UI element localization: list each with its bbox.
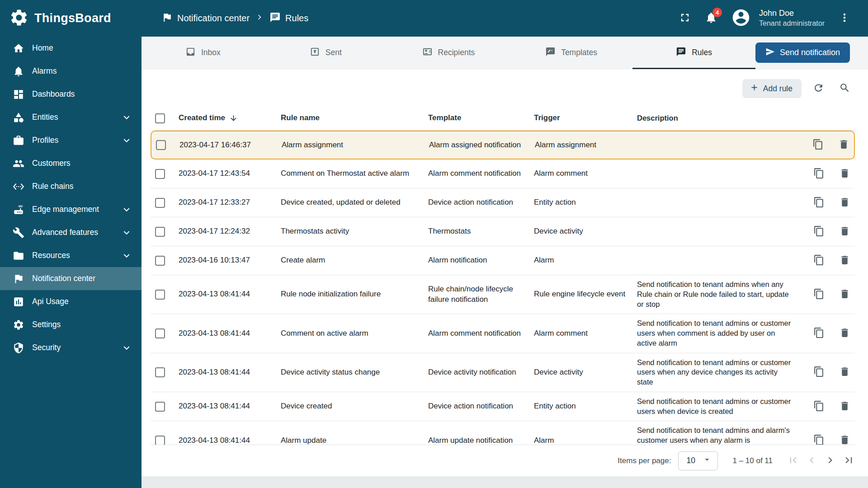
copy-rule-button[interactable] [813,434,825,445]
row-checkbox[interactable] [155,256,165,266]
cell-rule-name: Device created [281,397,428,416]
row-checkbox[interactable] [156,140,166,150]
next-page-button[interactable] [824,454,836,468]
row-checkbox[interactable] [155,328,165,338]
delete-rule-button[interactable] [839,327,850,340]
delete-rule-button[interactable] [839,366,850,379]
top-bar-controls: 4 John Doe Tenant administrator [679,8,851,29]
row-checkbox[interactable] [155,227,165,237]
tab-recipients[interactable]: Recipients [387,37,510,69]
sidebar-item-alarms[interactable]: Alarms [0,60,142,83]
delete-rule-button[interactable] [839,197,850,209]
copy-rule-button[interactable] [813,225,825,238]
sidebar-item-edge-management[interactable]: Edge management [0,198,142,221]
app-logo[interactable]: ThingsBoard [0,0,142,37]
more-options-button[interactable] [838,11,851,25]
pager-controls [787,454,855,468]
send-notification-button[interactable]: Send notification [755,42,850,63]
sidebar-item-security[interactable]: Security [0,336,142,359]
last-page-button[interactable] [843,454,855,468]
customers-icon [13,158,24,169]
copy-rule-button[interactable] [813,366,825,379]
copy-rule-button[interactable] [813,254,825,267]
delete-rule-button[interactable] [839,288,850,301]
notifications-button[interactable]: 4 [705,11,717,25]
sidebar-item-entities[interactable]: Entities [0,106,142,129]
sidebar-item-profiles[interactable]: Profiles [0,129,142,152]
delete-rule-button[interactable] [839,400,850,413]
copy-rule-button[interactable] [812,139,824,151]
table-row[interactable]: 2023-04-13 08:41:44 Alarm update Alarm u… [151,421,855,445]
chevron-down-icon [121,112,132,123]
table-row[interactable]: 2023-04-17 12:43:54 Comment on Thermosta… [151,160,855,188]
breadcrumb-rules[interactable]: Rules [269,12,308,25]
search-button[interactable] [835,79,854,98]
cell-created-time: 2023-04-13 08:41:44 [179,363,281,382]
delete-rule-button[interactable] [839,434,850,445]
row-checkbox[interactable] [155,402,165,412]
copy-icon [813,254,825,267]
row-checkbox[interactable] [155,169,165,179]
row-checkbox[interactable] [155,436,165,445]
column-header-template[interactable]: Template [428,108,534,127]
table-row[interactable]: 2023-04-13 08:41:44 Rule node initializa… [151,275,855,314]
tab-templates[interactable]: Templates [510,37,633,69]
copy-rule-button[interactable] [813,168,825,180]
cell-description [638,141,798,150]
notification-center-icon [13,273,24,285]
app-title: ThingsBoard [34,11,111,25]
sidebar-item-resources[interactable]: Resources [0,244,142,267]
column-header-label: Description [637,114,678,122]
settings-icon [13,319,24,331]
copy-icon [813,327,825,340]
select-all-checkbox[interactable] [155,113,165,123]
chevron-down-icon [121,204,132,216]
tab-sent[interactable]: Sent [264,37,387,69]
delete-rule-button[interactable] [839,254,850,267]
table-row[interactable]: 2023-04-17 12:33:27 Device created, upda… [151,188,855,217]
cell-rule-name: Alarm assignment [282,136,429,155]
row-checkbox[interactable] [155,198,165,208]
tab-rules[interactable]: Rules [632,37,755,69]
sidebar-item-advanced-features[interactable]: Advanced features [0,221,142,244]
row-checkbox[interactable] [155,367,165,377]
table-row[interactable]: 2023-04-17 16:46:37 Alarm assignment Ala… [151,131,855,160]
sidebar-item-home[interactable]: Home [0,37,142,60]
refresh-button[interactable] [809,79,828,98]
table-row[interactable]: 2023-04-17 12:24:32 Thermostats activity… [151,217,855,246]
row-checkbox[interactable] [155,290,165,300]
sidebar-item-customers[interactable]: Customers [0,152,142,175]
table-row[interactable]: 2023-04-13 08:41:44 Comment on active al… [151,314,855,353]
copy-rule-button[interactable] [813,327,825,340]
breadcrumb-notification-center[interactable]: Notification center [161,12,250,25]
table-row[interactable]: 2023-04-16 10:13:47 Create alarm Alarm n… [151,246,855,275]
add-rule-button[interactable]: Add rule [742,79,802,98]
user-avatar-button[interactable] [731,8,751,29]
sidebar-item-dashboards[interactable]: Dashboards [0,83,142,106]
delete-rule-button[interactable] [838,139,849,151]
delete-rule-button[interactable] [839,225,850,238]
items-per-page-select[interactable]: 10 [678,451,718,470]
table-row[interactable]: 2023-04-13 08:41:44 Device created Devic… [151,392,855,422]
delete-rule-button[interactable] [839,168,850,180]
cell-description: Send notification to tenant admins when … [637,275,799,314]
sidebar-item-rule-chains[interactable]: Rule chains [0,175,142,198]
tab-inbox[interactable]: Inbox [142,37,264,69]
fullscreen-button[interactable] [679,11,691,25]
column-header-created-time[interactable]: Created time [179,108,281,127]
tab-label: Sent [326,48,342,57]
cell-trigger: Entity action [534,397,637,416]
copy-rule-button[interactable] [813,400,825,413]
table-row[interactable]: 2023-04-13 08:41:44 Device activity stat… [151,353,855,392]
sidebar-item-notification-center[interactable]: Notification center [0,267,142,290]
copy-rule-button[interactable] [813,288,825,301]
sidebar-item-settings[interactable]: Settings [0,313,142,336]
sidebar-item-api-usage[interactable]: Api Usage [0,290,142,313]
tab-label: Rules [692,48,712,57]
column-header-rule-name[interactable]: Rule name [281,108,428,127]
dashboards-icon [13,89,24,100]
copy-rule-button[interactable] [813,197,825,209]
column-header-trigger[interactable]: Trigger [534,108,637,127]
advanced-features-icon [13,227,24,239]
cell-rule-name: Device activity status change [281,363,428,382]
